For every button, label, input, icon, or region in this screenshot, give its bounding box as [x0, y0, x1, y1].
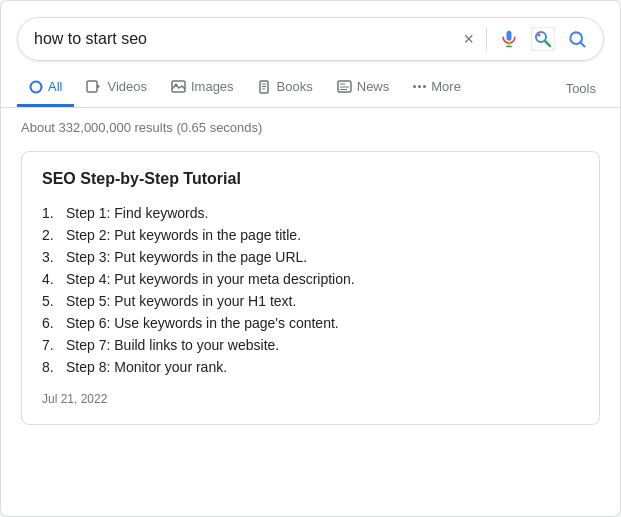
tab-videos-label: Videos — [107, 79, 147, 94]
list-item: 7.Step 7: Build links to your website. — [42, 334, 579, 356]
tab-images-label: Images — [191, 79, 234, 94]
list-item: 1.Step 1: Find keywords. — [42, 202, 579, 224]
tab-news-label: News — [357, 79, 390, 94]
tab-images[interactable]: Images — [159, 69, 246, 107]
list-item: 3.Step 3: Put keywords in the page URL. — [42, 246, 579, 268]
search-bar: × — [17, 17, 604, 61]
svg-point-9 — [31, 81, 42, 92]
search-button[interactable] — [567, 29, 587, 49]
tab-more[interactable]: More — [401, 69, 473, 107]
clear-button[interactable]: × — [463, 29, 474, 50]
svg-rect-3 — [531, 27, 555, 51]
tab-all-label: All — [48, 79, 62, 94]
list-item: 6.Step 6: Use keywords in the page's con… — [42, 312, 579, 334]
tab-more-label: More — [431, 79, 461, 94]
snippet-title: SEO Step-by-Step Tutorial — [42, 170, 579, 188]
svg-line-8 — [581, 43, 585, 47]
svg-rect-0 — [507, 31, 512, 41]
tab-news[interactable]: News — [325, 69, 402, 107]
clear-icon: × — [463, 29, 474, 50]
books-icon — [258, 80, 272, 94]
snippet-date: Jul 21, 2022 — [42, 392, 579, 406]
nav-tabs: All Videos Images Books — [1, 69, 620, 108]
lens-icon — [531, 27, 555, 51]
search-icons: × — [463, 27, 587, 51]
images-icon — [171, 80, 186, 93]
featured-snippet: SEO Step-by-Step Tutorial 1.Step 1: Find… — [21, 151, 600, 425]
list-item: 5.Step 5: Put keywords in your H1 text. — [42, 290, 579, 312]
mic-icon — [499, 29, 519, 49]
video-icon — [86, 80, 102, 93]
tab-books-label: Books — [277, 79, 313, 94]
lens-button[interactable] — [531, 27, 555, 51]
tab-all[interactable]: All — [17, 69, 74, 107]
svg-point-6 — [538, 34, 541, 37]
search-icon — [567, 29, 587, 49]
snippet-list: 1.Step 1: Find keywords. 2.Step 2: Put k… — [42, 202, 579, 378]
tools-button[interactable]: Tools — [558, 71, 604, 106]
news-icon — [337, 80, 352, 93]
results-area: About 332,000,000 results (0.65 seconds)… — [1, 108, 620, 437]
tab-books[interactable]: Books — [246, 69, 325, 107]
divider — [486, 27, 487, 51]
more-dots-icon — [413, 85, 426, 88]
search-input[interactable] — [34, 30, 463, 48]
list-item: 8.Step 8: Monitor your rank. — [42, 356, 579, 378]
list-item: 2.Step 2: Put keywords in the page title… — [42, 224, 579, 246]
list-item: 4.Step 4: Put keywords in your meta desc… — [42, 268, 579, 290]
voice-search-button[interactable] — [499, 29, 519, 49]
svg-rect-10 — [87, 81, 97, 92]
browser-window: × — [0, 0, 621, 517]
tab-videos[interactable]: Videos — [74, 69, 159, 107]
results-count: About 332,000,000 results (0.65 seconds) — [21, 120, 600, 135]
search-bar-area: × — [1, 1, 620, 61]
svg-marker-11 — [97, 84, 100, 89]
all-icon — [29, 80, 43, 94]
